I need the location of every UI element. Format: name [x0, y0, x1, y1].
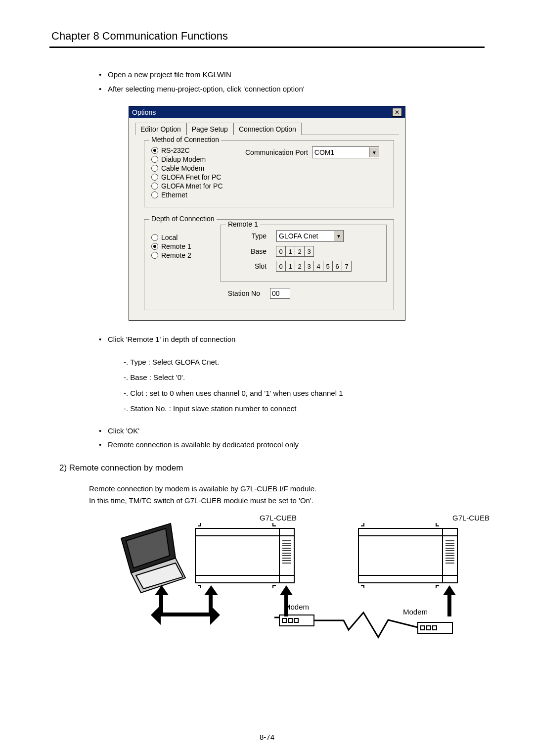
svg-rect-46 — [447, 593, 451, 616]
list-item: Open a new project file from KGLWIN — [99, 68, 485, 82]
strip-cell[interactable]: 2 — [295, 246, 305, 257]
text-line: In this time, TM/TC switch of G7L-CUEB m… — [89, 495, 485, 507]
radio-glofa-fnet[interactable]: GLOFA Fnet for PC — [151, 173, 245, 181]
radio-icon — [151, 147, 158, 154]
depth-of-connection-group: Depth of Connection Local Remote 1 Remot… — [144, 219, 394, 310]
chevron-down-icon: ▼ — [334, 231, 343, 241]
list-item: Click 'Remote 1' in depth of connection — [99, 332, 485, 347]
svg-rect-50 — [288, 618, 292, 622]
radio-icon — [151, 191, 158, 198]
radio-label: RS-232C — [161, 146, 190, 154]
radio-rs232c[interactable]: RS-232C — [151, 146, 245, 154]
strip-cell[interactable]: 5 — [323, 261, 333, 272]
radio-icon — [151, 174, 158, 181]
dialog-titlebar: Options ✕ — [129, 106, 405, 118]
options-dialog: Options ✕ Editor Option Page Setup Conne… — [129, 106, 405, 321]
radio-dialup-modem[interactable]: Dialup Modem — [151, 155, 245, 163]
svg-rect-4 — [195, 528, 279, 583]
comm-port-label: Communication Port — [245, 148, 308, 156]
radio-remote2[interactable]: Remote 2 — [151, 251, 206, 259]
strip-cell[interactable]: 3 — [304, 246, 314, 257]
type-select[interactable]: GLOFA Cnet ▼ — [276, 230, 344, 242]
text-line: Remote connection by modem is available … — [89, 483, 485, 495]
section-2-heading: 2) Remote connection by modem — [59, 463, 485, 473]
list-item: Remote connection is available by dedica… — [99, 438, 485, 452]
svg-rect-49 — [282, 618, 286, 622]
strip-cell[interactable]: 0 — [276, 261, 286, 272]
list-item: -. Station No. : Input slave station num… — [124, 401, 485, 417]
slot-label: Slot — [227, 262, 267, 270]
title-rule — [49, 47, 485, 48]
diagram-svg — [111, 514, 502, 652]
strip-cell[interactable]: 1 — [285, 246, 295, 257]
intro-bullet-list: Open a new project file from KGLWIN Afte… — [79, 68, 485, 96]
strip-cell[interactable]: 6 — [332, 261, 342, 272]
strip-cell[interactable]: 7 — [342, 261, 352, 272]
chevron-down-icon: ▼ — [369, 147, 379, 157]
radio-label: Remote 1 — [161, 242, 191, 250]
svg-rect-44 — [284, 593, 288, 616]
type-label: Type — [227, 232, 267, 240]
radio-label: Local — [161, 234, 178, 241]
radio-icon — [151, 234, 158, 241]
svg-rect-54 — [427, 626, 431, 630]
svg-rect-48 — [279, 615, 314, 626]
close-button[interactable]: ✕ — [392, 108, 402, 117]
radio-cable-modem[interactable]: Cable Modem — [151, 164, 245, 172]
slot-strip[interactable]: 0 1 2 3 4 5 6 7 — [276, 261, 352, 272]
strip-cell[interactable]: 1 — [285, 261, 295, 272]
svg-marker-45 — [280, 585, 293, 595]
radio-glofa-mnet[interactable]: GLOFA Mnet for PC — [151, 182, 245, 190]
svg-rect-51 — [294, 618, 298, 622]
list-item: -. Type : Select GLOFA Cnet. — [124, 354, 485, 370]
dialog-title: Options — [132, 108, 156, 116]
svg-rect-52 — [418, 622, 452, 633]
radio-label: Ethernet — [161, 191, 187, 199]
strip-cell[interactable]: 4 — [313, 261, 323, 272]
sub-list: -. Type : Select GLOFA Cnet. -. Base : S… — [104, 354, 485, 417]
list-item: -. Base : Select '0'. — [124, 370, 485, 385]
radio-icon — [151, 183, 158, 189]
tab-connection-option[interactable]: Connection Option — [233, 123, 302, 135]
svg-rect-36 — [161, 613, 210, 616]
svg-rect-53 — [421, 626, 425, 630]
post-bullet-list-2: Click 'OK' Remote connection is availabl… — [79, 424, 485, 452]
radio-icon — [151, 252, 158, 259]
svg-marker-47 — [443, 585, 456, 595]
remote1-group: Remote 1 Type GLOFA Cnet ▼ Base — [221, 225, 387, 282]
radio-label: Dialup Modem — [161, 155, 206, 163]
method-of-connection-group: Method of Connection RS-232C Dialup Mode… — [144, 140, 394, 207]
dialog-body: Editor Option Page Setup Connection Opti… — [129, 118, 405, 320]
station-no-label: Station No — [221, 289, 260, 297]
group-legend: Method of Connection — [149, 136, 221, 143]
post-bullet-list-1: Click 'Remote 1' in depth of connection — [79, 332, 485, 347]
page: Chapter 8 Communication Functions Open a… — [0, 0, 534, 756]
station-no-input[interactable]: 00 — [270, 288, 290, 299]
radio-ethernet[interactable]: Ethernet — [151, 191, 245, 199]
chapter-title: Chapter 8 Communication Functions — [51, 30, 485, 43]
tab-strip: Editor Option Page Setup Connection Opti… — [135, 122, 399, 135]
tab-page-setup[interactable]: Page Setup — [186, 123, 233, 135]
list-item: After selecting menu-project-option, cli… — [99, 82, 485, 96]
select-value: GLOFA Cnet — [279, 232, 318, 240]
radio-remote1[interactable]: Remote 1 — [151, 242, 206, 250]
select-value: COM1 — [314, 148, 334, 156]
strip-cell[interactable]: 0 — [276, 246, 286, 257]
radio-icon — [151, 165, 158, 172]
radio-local[interactable]: Local — [151, 234, 206, 241]
radio-label: GLOFA Fnet for PC — [161, 173, 221, 181]
strip-cell[interactable]: 2 — [295, 261, 305, 272]
list-item: -. Clot : set to 0 when uses channel 0, … — [124, 385, 485, 401]
base-strip[interactable]: 0 1 2 3 — [276, 246, 314, 257]
radio-label: Remote 2 — [161, 251, 191, 259]
strip-cell[interactable]: 3 — [304, 261, 314, 272]
svg-marker-42 — [204, 585, 218, 595]
modem-paragraph: Remote connection by modem is available … — [89, 483, 485, 507]
comm-port-select[interactable]: COM1 ▼ — [312, 146, 379, 158]
tab-editor-option[interactable]: Editor Option — [135, 123, 186, 135]
base-label: Base — [227, 247, 267, 255]
radio-icon — [151, 243, 158, 250]
page-number: 8-74 — [0, 733, 534, 741]
group-legend: Depth of Connection — [149, 215, 217, 223]
svg-rect-20 — [358, 528, 443, 583]
